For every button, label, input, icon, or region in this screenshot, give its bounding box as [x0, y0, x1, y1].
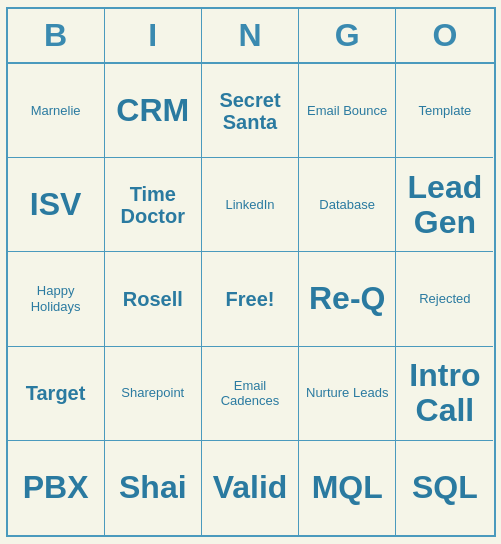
- cell-text: SQL: [412, 470, 478, 505]
- header-letter: N: [202, 9, 299, 62]
- bingo-cell: Happy Holidays: [8, 252, 105, 346]
- cell-text: Shai: [119, 470, 187, 505]
- bingo-cell: Intro Call: [396, 347, 493, 441]
- cell-text: Free!: [226, 288, 275, 310]
- bingo-cell: SQL: [396, 441, 493, 535]
- bingo-cell: Valid: [202, 441, 299, 535]
- cell-text: Rejected: [419, 291, 470, 307]
- cell-text: Valid: [213, 470, 288, 505]
- bingo-header: BINGO: [8, 9, 494, 64]
- bingo-cell: Email Bounce: [299, 64, 396, 158]
- cell-text: Target: [26, 382, 86, 404]
- cell-text: CRM: [116, 93, 189, 128]
- cell-text: Lead Gen: [400, 170, 489, 240]
- cell-text: Rosell: [123, 288, 183, 310]
- bingo-grid: MarnelieCRMSecret SantaEmail BounceTempl…: [8, 64, 494, 535]
- bingo-cell: CRM: [105, 64, 202, 158]
- cell-text: LinkedIn: [225, 197, 274, 213]
- cell-text: Sharepoint: [121, 385, 184, 401]
- bingo-cell: Time Doctor: [105, 158, 202, 252]
- bingo-cell: Target: [8, 347, 105, 441]
- header-letter: G: [299, 9, 396, 62]
- bingo-cell: ISV: [8, 158, 105, 252]
- cell-text: Happy Holidays: [12, 283, 100, 314]
- cell-text: Nurture Leads: [306, 385, 388, 401]
- bingo-cell: Sharepoint: [105, 347, 202, 441]
- bingo-cell: Shai: [105, 441, 202, 535]
- bingo-cell: Secret Santa: [202, 64, 299, 158]
- bingo-cell: Rosell: [105, 252, 202, 346]
- bingo-cell: Marnelie: [8, 64, 105, 158]
- cell-text: Re-Q: [309, 281, 385, 316]
- cell-text: PBX: [23, 470, 89, 505]
- cell-text: Email Bounce: [307, 103, 387, 119]
- bingo-cell: Rejected: [396, 252, 493, 346]
- cell-text: Marnelie: [31, 103, 81, 119]
- cell-text: Template: [419, 103, 472, 119]
- bingo-cell: Re-Q: [299, 252, 396, 346]
- cell-text: Time Doctor: [109, 183, 197, 227]
- cell-text: MQL: [312, 470, 383, 505]
- cell-text: Secret Santa: [206, 89, 294, 133]
- bingo-cell: Free!: [202, 252, 299, 346]
- header-letter: I: [105, 9, 202, 62]
- cell-text: ISV: [30, 187, 82, 222]
- header-letter: O: [396, 9, 493, 62]
- bingo-card: BINGO MarnelieCRMSecret SantaEmail Bounc…: [6, 7, 496, 537]
- header-letter: B: [8, 9, 105, 62]
- bingo-cell: Lead Gen: [396, 158, 493, 252]
- cell-text: Email Cadences: [206, 378, 294, 409]
- bingo-cell: LinkedIn: [202, 158, 299, 252]
- bingo-cell: Email Cadences: [202, 347, 299, 441]
- bingo-cell: MQL: [299, 441, 396, 535]
- bingo-cell: Database: [299, 158, 396, 252]
- cell-text: Intro Call: [400, 358, 489, 428]
- cell-text: Database: [319, 197, 375, 213]
- bingo-cell: Template: [396, 64, 493, 158]
- bingo-cell: Nurture Leads: [299, 347, 396, 441]
- bingo-cell: PBX: [8, 441, 105, 535]
